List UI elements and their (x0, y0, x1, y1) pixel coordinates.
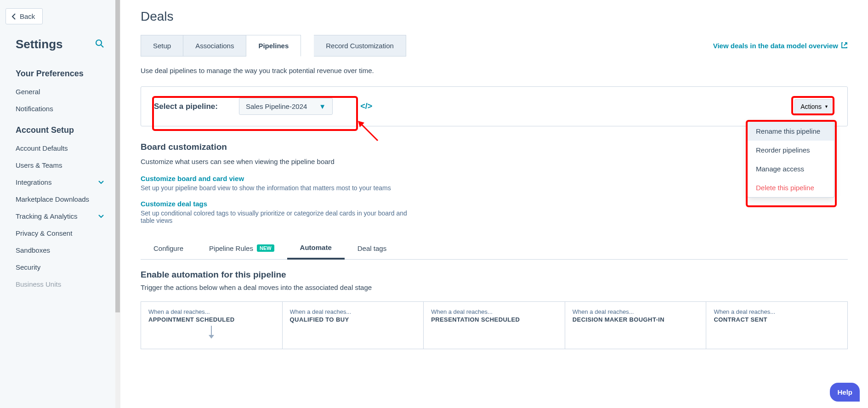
subtabs: Configure Pipeline Rules NEW Automate De… (141, 237, 848, 260)
pipeline-label: Select a pipeline: (154, 102, 218, 111)
stage-card: When a deal reaches... CONTRACT SENT (706, 302, 847, 349)
automation-desc: Trigger the actions below when a deal mo… (141, 283, 848, 291)
sidebar-item-account-defaults[interactable]: Account Defaults (0, 140, 120, 157)
sidebar-item-marketplace[interactable]: Marketplace Downloads (0, 191, 120, 208)
flow-arrow-icon (208, 326, 215, 340)
caret-down-icon: ▼ (319, 102, 326, 110)
sidebar-item-privacy[interactable]: Privacy & Consent (0, 225, 120, 242)
menu-item-rename[interactable]: Rename this pipeline (748, 122, 834, 141)
automation-title: Enable automation for this pipeline (141, 270, 848, 280)
stage-card: When a deal reaches... PRESENTATION SCHE… (424, 302, 565, 349)
main-content: Deals Setup Associations Pipelines Recor… (120, 0, 868, 408)
search-icon[interactable] (95, 39, 104, 50)
board-customization-desc: Customize what users can see when viewin… (141, 158, 848, 165)
stage-card: When a deal reaches... APPOINTMENT SCHED… (141, 302, 283, 349)
menu-item-reorder[interactable]: Reorder pipelines (748, 141, 834, 159)
customize-board-desc: Set up your pipeline board view to show … (141, 184, 416, 192)
stage-name: APPOINTMENT SCHEDULED (148, 316, 275, 323)
actions-button[interactable]: Actions ▼ (794, 99, 834, 114)
help-button[interactable]: Help (830, 383, 860, 402)
subtab-deal-tags[interactable]: Deal tags (345, 237, 399, 259)
code-icon[interactable]: </> (360, 102, 372, 111)
pipeline-selector-panel: Select a pipeline: Sales Pipeline-2024 ▼… (141, 86, 848, 126)
pipeline-dropdown[interactable]: Sales Pipeline-2024 ▼ (239, 98, 333, 115)
data-model-link[interactable]: View deals in the data model overview (713, 42, 848, 50)
stage-card: When a deal reaches... DECISION MAKER BO… (565, 302, 707, 349)
tab-associations[interactable]: Associations (183, 35, 246, 57)
back-label: Back (20, 12, 35, 20)
sidebar-item-users-teams[interactable]: Users & Teams (0, 157, 120, 174)
sidebar-item-notifications[interactable]: Notifications (0, 100, 120, 117)
svg-point-0 (96, 40, 102, 45)
main-tabs: Setup Associations Pipelines Record Cust… (141, 35, 406, 57)
back-button[interactable]: Back (6, 8, 43, 24)
sidebar-item-business-units[interactable]: Business Units (0, 276, 120, 293)
stage-name: PRESENTATION SCHEDULED (431, 316, 557, 323)
scrollbar-thumb[interactable] (115, 0, 120, 312)
svg-line-2 (361, 124, 378, 141)
sidebar: Back Settings Your Preferences General N… (0, 0, 120, 408)
stage-when: When a deal reaches... (290, 308, 416, 315)
stage-when: When a deal reaches... (714, 308, 840, 315)
svg-marker-7 (209, 335, 214, 339)
menu-item-manage-access[interactable]: Manage access (748, 159, 834, 178)
page-title: Deals (141, 9, 848, 24)
stage-card: When a deal reaches... QUALIFIED TO BUY (283, 302, 424, 349)
settings-title: Settings (16, 37, 63, 51)
svg-line-1 (101, 45, 103, 47)
stages-row: When a deal reaches... APPOINTMENT SCHED… (141, 301, 848, 349)
board-customization-title: Board customization (141, 142, 848, 152)
pipeline-selected: Sales Pipeline-2024 (246, 102, 307, 110)
chevron-left-icon (11, 13, 16, 20)
sidebar-item-integrations[interactable]: Integrations (0, 174, 120, 191)
customize-tags-desc: Set up conditional colored tags to visua… (141, 210, 416, 224)
stage-when: When a deal reaches... (431, 308, 557, 315)
stage-name: CONTRACT SENT (714, 316, 840, 323)
sidebar-item-general[interactable]: General (0, 83, 120, 100)
external-link-icon (841, 42, 848, 50)
svg-marker-3 (358, 121, 364, 127)
section-heading-account: Account Setup (0, 117, 120, 140)
tab-record-customization[interactable]: Record Customization (314, 35, 406, 57)
stage-when: When a deal reaches... (148, 308, 275, 315)
subtab-automate[interactable]: Automate (287, 237, 345, 260)
chevron-down-icon (98, 178, 104, 186)
sidebar-item-tracking[interactable]: Tracking & Analytics (0, 208, 120, 225)
section-heading-preferences: Your Preferences (0, 61, 120, 83)
caret-down-icon: ▼ (824, 104, 828, 109)
customize-tags-link[interactable]: Customize deal tags (141, 200, 848, 208)
new-badge: NEW (257, 244, 274, 252)
sidebar-item-sandboxes[interactable]: Sandboxes (0, 242, 120, 259)
stage-name: DECISION MAKER BOUGHT-IN (573, 316, 699, 323)
stage-name: QUALIFIED TO BUY (290, 316, 416, 323)
menu-item-delete[interactable]: Delete this pipeline (748, 178, 834, 197)
pipelines-description: Use deal pipelines to manage the way you… (141, 67, 848, 74)
sidebar-item-security[interactable]: Security (0, 259, 120, 276)
chevron-down-icon (98, 212, 104, 220)
customize-board-link[interactable]: Customize board and card view (141, 175, 848, 182)
subtab-pipeline-rules[interactable]: Pipeline Rules NEW (196, 237, 287, 259)
annotation-arrow (357, 120, 380, 143)
tab-pipelines[interactable]: Pipelines (246, 35, 301, 57)
tab-setup[interactable]: Setup (141, 35, 183, 57)
stage-when: When a deal reaches... (573, 308, 699, 315)
subtab-configure[interactable]: Configure (141, 237, 196, 259)
sidebar-scrollbar[interactable] (115, 0, 120, 408)
actions-menu: Rename this pipeline Reorder pipelines M… (747, 121, 834, 198)
